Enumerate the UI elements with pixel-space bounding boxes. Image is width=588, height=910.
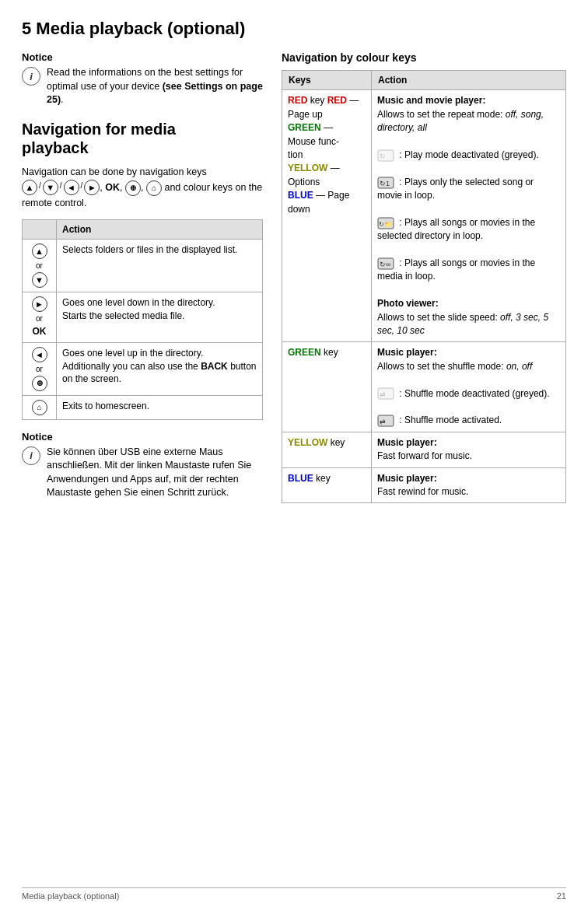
page-title: 5 Media playback (optional) <box>22 19 566 39</box>
right-key-icon: ► <box>84 180 100 195</box>
nav-key-home: ⌂ <box>23 395 57 419</box>
yellow-key-label2: YELLOW <box>288 437 327 448</box>
green-action-title: Music player: <box>377 347 437 358</box>
nav-key-rightok: ► or OK <box>23 292 57 343</box>
info-icon-2: i <box>22 446 40 465</box>
shuffle-activated-icon: ⇄ <box>377 415 399 425</box>
nav-action-rightok: Goes one level down in the directory. St… <box>57 292 263 343</box>
home-key-icon: ⌂ <box>146 180 162 196</box>
notice-text-1: Read the informations on the best set­ti… <box>47 66 263 107</box>
colour-header-action: Action <box>372 71 566 90</box>
blue-key-cell: BLUE key <box>282 467 372 503</box>
two-column-layout: Notice i Read the informations on the be… <box>22 51 566 512</box>
nav-table: Action ▲ or ▼ Selects folders or files i… <box>22 219 263 419</box>
right-column: Navigation by colour keys Keys Action RE… <box>282 51 566 503</box>
up-key-icon: ▲ <box>22 180 37 195</box>
table-row: ▲ or ▼ Selects folders or files in the d… <box>23 240 263 292</box>
yellow-action-title: Music player: <box>377 437 437 448</box>
page: 5 Media playback (optional) Notice i Rea… <box>0 0 588 910</box>
left-column: Notice i Read the informations on the be… <box>22 51 263 512</box>
shuffle-deactivated-icon: ⇄ <box>377 388 399 399</box>
blue-key-label2: BLUE <box>288 473 313 484</box>
left-circle: ◄ <box>32 347 47 362</box>
yellow-action-cell: Music player: Fast forward for music. <box>372 432 566 467</box>
table-row: YELLOW key Music player: Fast forward fo… <box>282 432 566 467</box>
repeat-dir-icon: ↻📁 <box>377 217 399 228</box>
red-action-title: Music and movie player: <box>377 95 485 106</box>
yellow-key-cell: YELLOW key <box>282 432 372 467</box>
left-key-icon: ◄ <box>64 180 79 195</box>
red-key-cell: RED key RED — Page up GREEN — Mouse func… <box>282 90 372 342</box>
section-title: Navigation for mediaplayback <box>22 120 263 157</box>
footer-left: Media playback (optional) <box>22 891 119 901</box>
colour-keys-table: Keys Action RED key RED — Page up GREEN … <box>282 70 566 503</box>
footer-bar: Media playback (optional) 21 <box>22 887 566 901</box>
colour-header-keys: Keys <box>282 71 372 90</box>
nav-action-updown: Selects folders or files in the displaye… <box>57 240 263 292</box>
blue-key-label: BLUE <box>288 190 313 201</box>
svg-text:⇄: ⇄ <box>380 418 386 425</box>
right-section-title: Navigation by colour keys <box>282 51 566 64</box>
notice-block-1: i Read the informations on the best set­… <box>22 66 263 107</box>
nav-key-updown: ▲ or ▼ <box>23 240 57 292</box>
repeat-deactivated-icon: ↻ <box>377 149 399 160</box>
red-action-cell: Music and movie player: Allows to set th… <box>372 90 566 342</box>
notice-text-2: Sie können über USB eine externe Maus an… <box>47 446 263 500</box>
nav-table-header-keys <box>23 220 57 240</box>
table-row: RED key RED — Page up GREEN — Mouse func… <box>282 90 566 342</box>
svg-text:↻📁: ↻📁 <box>379 220 392 228</box>
notice-label-1: Notice <box>22 51 263 63</box>
back-key-icon: ⊕ <box>125 180 141 196</box>
info-icon-1: i <box>22 67 40 86</box>
green-key-label: GREEN <box>288 122 321 133</box>
green-key-label2: GREEN <box>288 347 321 358</box>
table-row: ► or OK Goes one level down in the direc… <box>23 292 263 343</box>
notice-block-2: i Sie können über USB eine externe Maus … <box>22 446 263 500</box>
down-circle: ▼ <box>32 272 47 288</box>
intro-text: Navigation can be done by navigation key… <box>22 165 263 211</box>
right-circle: ► <box>32 296 47 312</box>
red-key-label: RED <box>288 95 307 106</box>
table-row: BLUE key Music player: Fast rewind for m… <box>282 467 566 503</box>
table-row: ⌂ Exits to homescreen. <box>23 395 263 419</box>
green-action-cell: Music player: Allows to set the shuffle … <box>372 342 566 432</box>
home-circle: ⌂ <box>32 400 47 415</box>
down-key-icon: ▼ <box>43 180 58 195</box>
nav-action-leftback: Goes one level up in the directory. Addi… <box>57 342 263 395</box>
repeat-all-icon: ↻∞ <box>377 257 399 268</box>
table-row: GREEN key Music player: Allows to set th… <box>282 342 566 432</box>
nav-key-leftback: ◄ or ⊕ <box>23 342 57 395</box>
svg-text:↻∞: ↻∞ <box>380 261 390 268</box>
blue-action-title: Music player: <box>377 473 437 484</box>
table-row: ◄ or ⊕ Goes one level up in the director… <box>23 342 263 395</box>
green-key-cell: GREEN key <box>282 342 372 432</box>
nav-action-home: Exits to homescreen. <box>57 395 263 419</box>
back-circle: ⊕ <box>32 376 47 391</box>
svg-text:↻: ↻ <box>380 152 386 160</box>
notice-label-2: Notice <box>22 431 263 443</box>
blue-action-cell: Music player: Fast rewind for music. <box>372 467 566 503</box>
nav-table-header-action: Action <box>57 220 263 240</box>
photo-viewer-title: Photo viewer: <box>377 298 439 309</box>
svg-text:↻1: ↻1 <box>380 180 390 187</box>
red-key-label2: RED <box>327 95 347 106</box>
yellow-key-label: YELLOW <box>288 163 327 173</box>
up-circle: ▲ <box>32 243 47 259</box>
footer-right: 21 <box>557 891 566 901</box>
svg-text:⇄: ⇄ <box>380 390 386 398</box>
repeat-song-icon: ↻1 <box>377 177 399 187</box>
